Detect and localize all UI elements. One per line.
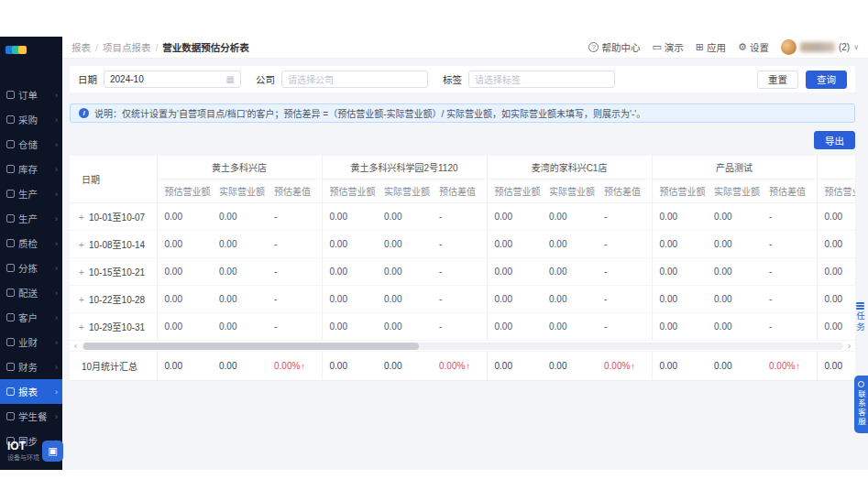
date-column-header: 日期 [70, 156, 157, 203]
table-body: +10-01至10-070.000.00-0.000.00-0.000.00-0… [70, 203, 855, 341]
summary-percent: 0.00%↑ [274, 361, 305, 371]
sidebar-item-inventory[interactable]: 库存› [0, 157, 62, 181]
expand-toggle[interactable]: + [79, 295, 89, 305]
sidebar-item-order[interactable]: 订单› [0, 82, 62, 107]
table-row: +10-15至10-210.000.00-0.000.00-0.000.00-0… [70, 258, 855, 286]
sidebar-item-business-finance[interactable]: 业财› [0, 330, 62, 354]
export-row: 导出 [70, 131, 855, 149]
chevron-right-icon: › [55, 387, 58, 397]
value-cell: - [267, 286, 322, 313]
task-label: 任务 [853, 311, 866, 332]
expand-toggle[interactable]: + [79, 322, 89, 332]
value-cell: 0.00 [542, 203, 597, 231]
sidebar-item-label: 库存 [18, 162, 51, 176]
customer-icon [6, 313, 15, 321]
sub-column-header: 预估差值 [432, 180, 487, 203]
sidebar-item-label: 仓储 [18, 137, 51, 151]
topbar: 报表 / 项目点报表 / 营业数据预估分析表 ? 帮助中心 ▭ 演示 ⊞ 应用 [62, 37, 868, 59]
date-picker[interactable]: 2024-10 ▦ [104, 71, 241, 88]
value-cell: 0.00 [542, 258, 597, 286]
apps-button[interactable]: ⊞ 应用 [696, 40, 726, 54]
expand-toggle[interactable]: + [79, 240, 89, 250]
value-cell: - [762, 313, 817, 341]
sorting-icon [6, 264, 15, 272]
value-cell: 0.00 [377, 258, 432, 286]
help-center-label: 帮助中心 [601, 40, 640, 54]
breadcrumb-item[interactable]: 报表 [71, 40, 91, 54]
sidebar-item-delivery[interactable]: 配送› [0, 280, 62, 305]
sidebar-item-customer[interactable]: 客户› [0, 305, 62, 330]
store-group-header: 黄土多科兴店 [157, 156, 322, 180]
value-cell: 0.00 [652, 258, 707, 286]
sidebar-item-report[interactable]: 报表› [0, 379, 62, 404]
summary-value-cell: 0.00 [157, 352, 212, 381]
scroll-left-icon[interactable]: ‹ [72, 341, 79, 351]
task-float-button[interactable]: 任务 [853, 302, 866, 332]
help-center-button[interactable]: ? 帮助中心 [588, 40, 640, 54]
expand-toggle[interactable]: + [79, 212, 89, 223]
sidebar-item-warehouse[interactable]: 仓储› [0, 132, 62, 157]
sidebar-item-finance[interactable]: 财务› [0, 354, 62, 379]
value-cell: 0.00 [817, 203, 855, 231]
value-cell: - [597, 231, 652, 258]
sub-column-header: 预估营业额 [487, 180, 542, 203]
sidebar-item-production[interactable]: 生产› [0, 181, 62, 206]
value-cell: 0.00 [322, 258, 377, 286]
avatar [781, 39, 797, 55]
sidebar-item-label: 业财 [18, 335, 51, 349]
table-row: +10-08至10-140.000.00-0.000.00-0.000.00-0… [70, 231, 855, 258]
summary-row: 10月统计汇总0.000.000.00%↑0.000.000.00%↑0.000… [70, 352, 855, 381]
chevron-right-icon: › [55, 140, 58, 149]
company-select[interactable]: 请选择公司 [281, 71, 428, 88]
sidebar-item-label: 财务 [18, 360, 51, 374]
contact-service-button[interactable]: 联系客服 [854, 376, 868, 433]
sidebar-item-purchase[interactable]: 采购› [0, 107, 62, 132]
value-cell: - [267, 231, 322, 258]
horizontal-scrollbar[interactable] [82, 343, 843, 350]
expand-toggle[interactable]: + [79, 267, 89, 278]
sidebar-item-student-meal[interactable]: 学生餐› [0, 404, 62, 429]
scrollbar-thumb[interactable] [83, 343, 419, 350]
reset-button[interactable]: 重置 [757, 71, 798, 89]
settings-button[interactable]: ⚙ 设置 [738, 40, 769, 54]
value-cell: 0.00 [377, 313, 432, 341]
sidebar: 订单›采购›仓储›库存›生产›生产›质检›分拣›配送›客户›业财›财务›报表›学… [0, 37, 62, 470]
value-cell: 0.00 [707, 313, 762, 341]
scroll-right-icon[interactable]: › [846, 341, 852, 351]
summary-value-cell: 0.00 [377, 352, 432, 381]
sidebar-item-quality[interactable]: 质检› [0, 231, 62, 256]
sub-column-header: 预估差值 [762, 180, 817, 203]
sidebar-item-label: 配送 [18, 286, 51, 300]
summary-value-cell: 0.00 [322, 352, 377, 381]
iot-text: IOT 设备与环境 [7, 441, 39, 462]
search-button[interactable]: 查询 [806, 71, 847, 89]
summary-value-cell: 0.00 [487, 352, 542, 381]
store-group-header: 麦湾的家科兴C1店 [487, 156, 652, 180]
iot-device-icon[interactable]: ▣ [42, 441, 63, 462]
value-cell: 0.00 [542, 313, 597, 341]
sidebar-item-label: 报表 [18, 385, 51, 398]
sidebar-item-production-2[interactable]: 生产› [0, 206, 62, 231]
notice-banner: i 说明：仅统计设置为'自营项目点/档口'的客户；预估差异 =（预估营业额-实际… [70, 103, 855, 123]
user-menu[interactable]: (2) ∨ [781, 39, 859, 55]
breadcrumb-separator: / [155, 42, 158, 53]
value-cell: 0.00 [377, 286, 432, 313]
breadcrumb-item[interactable]: 项目点报表 [103, 40, 151, 54]
summary-value-cell: 0.00 [212, 352, 267, 381]
sidebar-item-sorting[interactable]: 分拣› [0, 256, 62, 280]
up-arrow-icon: ↑ [301, 362, 305, 371]
demo-button[interactable]: ▭ 演示 [652, 40, 683, 54]
table-row: +10-29至10-310.000.00-0.000.00-0.000.00-0… [70, 313, 855, 341]
table-head: 日期黄土多科兴店黄土多科兴科学园2号1120麦湾的家科兴C1店产品测试预估营业额… [70, 156, 855, 203]
sub-column-header: 实际营业额 [212, 180, 267, 203]
sub-column-header: 预估营业额 [652, 180, 707, 203]
company-filter-label: 公司 [256, 72, 275, 86]
value-cell: - [597, 258, 652, 286]
student-meal-icon [6, 412, 15, 420]
value-cell: - [597, 313, 652, 341]
scroll-row: ‹ › [70, 341, 855, 352]
iot-footer: IOT 设备与环境 ▣ [0, 436, 62, 470]
tag-select[interactable]: 请选择标签 [468, 71, 615, 88]
sidebar-item-label: 分拣 [18, 261, 51, 275]
export-button[interactable]: 导出 [814, 131, 855, 149]
